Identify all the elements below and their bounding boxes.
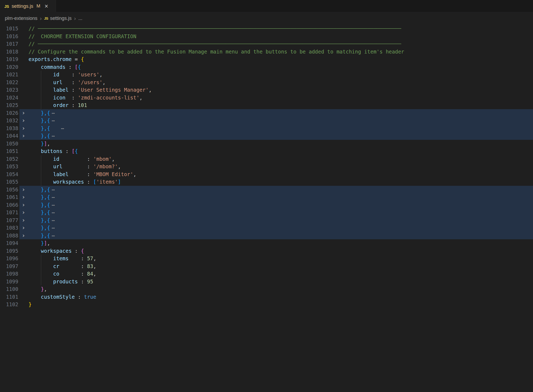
- code-token: workspaces: [41, 248, 72, 254]
- code-token: 'mbom': [93, 156, 112, 162]
- code-line[interactable]: 1054 label : 'MBOM Editor',: [0, 170, 533, 178]
- code-line[interactable]: 1097 cr : 83,: [0, 262, 533, 270]
- code-line[interactable]: 1021 id : 'users',: [0, 71, 533, 79]
- code-line[interactable]: 1026› },{…: [0, 109, 533, 117]
- code-line[interactable]: 1052 id : 'mbom',: [0, 155, 533, 163]
- code-line[interactable]: 1095 workspaces : {: [0, 247, 533, 255]
- line-number: 1101: [0, 293, 18, 301]
- code-token: id: [53, 72, 59, 77]
- code-line[interactable]: 1050 }],: [0, 140, 533, 148]
- folded-code-ellipsis: …: [52, 224, 55, 230]
- close-tab-icon[interactable]: ×: [45, 3, 48, 9]
- line-number: 1094: [0, 239, 18, 247]
- code-content: }],: [29, 239, 533, 247]
- code-line[interactable]: 1055 workspaces : ['items']: [0, 178, 533, 186]
- code-line[interactable]: 1044› },{…: [0, 132, 533, 140]
- code-token: 57: [87, 255, 93, 261]
- fold-chevron-icon[interactable]: ›: [18, 109, 29, 117]
- code-line[interactable]: 1088› },{…: [0, 232, 533, 240]
- code-line[interactable]: 1096 items : 57,: [0, 255, 533, 262]
- code-token: buttons: [41, 148, 62, 154]
- line-number: 1061: [0, 193, 18, 201]
- code-token: ,: [103, 79, 106, 85]
- code-line[interactable]: 1099 products : 95: [0, 278, 533, 286]
- fold-chevron-icon[interactable]: ›: [18, 117, 29, 124]
- code-content: id : 'mbom',: [29, 155, 533, 163]
- folded-code-ellipsis: …: [52, 231, 55, 237]
- fold-gutter-spacer: [18, 71, 29, 79]
- line-number: 1025: [0, 101, 18, 109]
- code-token: },{: [41, 217, 50, 223]
- code-line[interactable]: 1077› },{…: [0, 216, 533, 224]
- code-content: label : 'User Settings Manager',: [29, 86, 533, 94]
- code-token: label: [53, 87, 69, 93]
- code-content: items : 57,: [29, 255, 533, 262]
- code-content: },{…: [29, 117, 533, 124]
- code-line[interactable]: 1066› },{…: [0, 201, 533, 209]
- code-line[interactable]: 1083› },{…: [0, 224, 533, 232]
- code-content: url : '/mbom?',: [29, 163, 533, 170]
- code-token: ,: [149, 87, 152, 93]
- code-line[interactable]: 1100 },: [0, 285, 533, 293]
- line-number: 1066: [0, 201, 18, 209]
- code-line[interactable]: 1017// ─────────────────────────────────…: [0, 40, 533, 48]
- code-token: :: [84, 179, 93, 185]
- code-token: },{: [41, 187, 50, 193]
- line-number: 1015: [0, 25, 18, 33]
- code-line[interactable]: 1020 commands : [{: [0, 63, 533, 71]
- code-token: ,: [99, 72, 102, 77]
- code-line[interactable]: 1032› },{…: [0, 117, 533, 124]
- breadcrumb-separator-icon: ›: [40, 15, 42, 22]
- code-line[interactable]: 1023 label : 'User Settings Manager',: [0, 86, 533, 94]
- line-number: 1021: [0, 71, 18, 79]
- fold-chevron-icon[interactable]: ›: [18, 232, 29, 240]
- code-line[interactable]: 1094 }],: [0, 239, 533, 247]
- code-content: icon : 'zmdi-accounts-list',: [29, 94, 533, 102]
- code-line[interactable]: 1018// Configure the commands to be adde…: [0, 48, 533, 56]
- code-line[interactable]: 1019exports.chrome = {: [0, 55, 533, 63]
- fold-chevron-icon[interactable]: ›: [18, 216, 29, 224]
- code-line[interactable]: 1051 buttons : [{: [0, 147, 533, 155]
- code-line[interactable]: 1061› },{…: [0, 193, 533, 201]
- fold-chevron-icon[interactable]: ›: [18, 209, 29, 216]
- code-token: [29, 125, 41, 131]
- code-content: },{…: [29, 209, 533, 216]
- code-token: },{: [41, 117, 50, 123]
- code-token: '/users': [78, 79, 103, 85]
- fold-chevron-icon[interactable]: ›: [18, 124, 29, 132]
- code-line[interactable]: 1071› },{…: [0, 209, 533, 216]
- code-line[interactable]: 1024 icon : 'zmdi-accounts-list',: [0, 94, 533, 102]
- code-line[interactable]: 1016// CHOROME EXTENSION CONFIGURATION: [0, 33, 533, 40]
- fold-chevron-icon[interactable]: ›: [18, 201, 29, 209]
- line-number: 1099: [0, 278, 18, 286]
- code-token: :: [59, 271, 87, 277]
- line-number: 1020: [0, 63, 18, 71]
- vscode-window: JS settings.js M × plm-extensions › JS s…: [0, 0, 533, 392]
- code-editor[interactable]: 1015// ─────────────────────────────────…: [0, 24, 533, 392]
- fold-chevron-icon[interactable]: ›: [18, 224, 29, 232]
- code-token: [29, 209, 41, 215]
- code-line[interactable]: 1022 url : '/users',: [0, 79, 533, 86]
- tab-settings-js[interactable]: JS settings.js M ×: [0, 0, 56, 12]
- code-token: ,: [118, 163, 121, 169]
- fold-chevron-icon[interactable]: ›: [18, 132, 29, 140]
- code-token: [29, 64, 41, 70]
- code-line[interactable]: 1102}: [0, 301, 533, 308]
- code-line[interactable]: 1038› },{ …: [0, 124, 533, 132]
- code-line[interactable]: 1056› },{…: [0, 186, 533, 194]
- code-line[interactable]: 1053 url : '/mbom?',: [0, 163, 533, 170]
- code-token: :: [59, 156, 93, 162]
- code-token: ,: [139, 95, 142, 101]
- code-line[interactable]: 1015// ─────────────────────────────────…: [0, 25, 533, 33]
- code-line[interactable]: 1101 customStyle : true: [0, 293, 533, 301]
- code-line[interactable]: 1098 co : 84,: [0, 270, 533, 278]
- fold-chevron-icon[interactable]: ›: [18, 193, 29, 201]
- line-number: 1044: [0, 132, 18, 140]
- breadcrumb-item-folder[interactable]: plm-extensions: [5, 16, 37, 21]
- code-content: }],: [29, 140, 533, 148]
- breadcrumb-item-more[interactable]: ...: [78, 16, 82, 21]
- code-line[interactable]: 1025 order : 101: [0, 101, 533, 109]
- breadcrumb-item-file[interactable]: settings.js: [50, 16, 72, 21]
- fold-chevron-icon[interactable]: ›: [18, 186, 29, 194]
- fold-gutter-spacer: [18, 270, 29, 278]
